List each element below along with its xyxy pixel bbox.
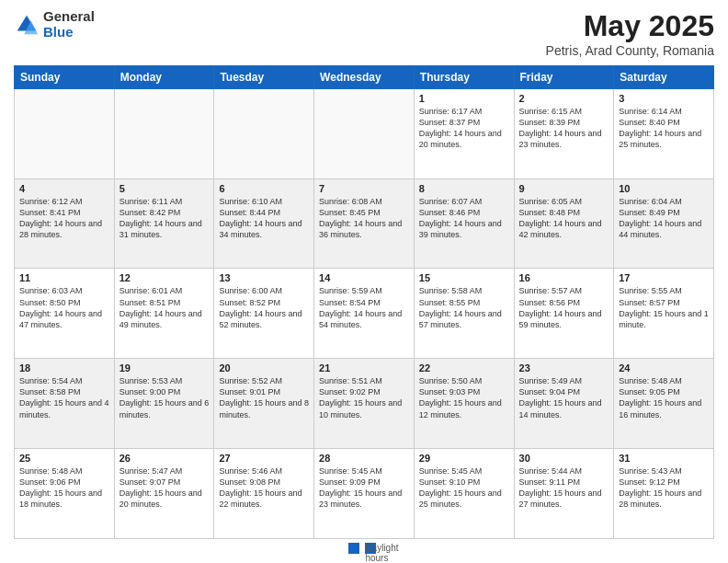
day-number: 16 bbox=[519, 272, 609, 283]
day-number: 12 bbox=[119, 272, 210, 283]
day-number: 13 bbox=[219, 272, 309, 283]
main-title: May 2025 bbox=[546, 9, 714, 43]
day-info: Sunrise: 5:47 AM Sunset: 9:07 PM Dayligh… bbox=[119, 465, 210, 511]
day-info: Sunrise: 5:53 AM Sunset: 9:00 PM Dayligh… bbox=[119, 375, 210, 420]
calendar-table: SundayMondayTuesdayWednesdayThursdayFrid… bbox=[14, 65, 714, 539]
day-number: 14 bbox=[319, 272, 409, 283]
col-header-sunday: Sunday bbox=[15, 66, 115, 89]
day-number: 21 bbox=[319, 362, 409, 373]
day-cell: 26Sunrise: 5:47 AM Sunset: 9:07 PM Dayli… bbox=[114, 448, 214, 538]
day-info: Sunrise: 5:51 AM Sunset: 9:02 PM Dayligh… bbox=[319, 375, 409, 420]
footer-color-box bbox=[348, 543, 359, 554]
day-cell: 13Sunrise: 6:00 AM Sunset: 8:52 PM Dayli… bbox=[214, 269, 314, 359]
day-number: 27 bbox=[219, 453, 309, 464]
day-info: Sunrise: 5:58 AM Sunset: 8:55 PM Dayligh… bbox=[419, 285, 509, 330]
day-cell bbox=[15, 89, 115, 179]
day-number: 20 bbox=[219, 362, 309, 373]
day-number: 5 bbox=[119, 183, 210, 194]
day-cell: 4Sunrise: 6:12 AM Sunset: 8:41 PM Daylig… bbox=[15, 178, 115, 269]
day-info: Sunrise: 6:05 AM Sunset: 8:48 PM Dayligh… bbox=[519, 196, 609, 241]
day-info: Sunrise: 6:04 AM Sunset: 8:49 PM Dayligh… bbox=[619, 196, 709, 241]
day-number: 24 bbox=[619, 362, 709, 373]
calendar-body: 1Sunrise: 6:17 AM Sunset: 8:37 PM Daylig… bbox=[15, 89, 714, 539]
day-cell: 29Sunrise: 5:45 AM Sunset: 9:10 PM Dayli… bbox=[414, 448, 514, 538]
logo: General Blue bbox=[14, 9, 95, 40]
day-number: 8 bbox=[419, 183, 509, 194]
subtitle: Petris, Arad County, Romania bbox=[546, 43, 714, 58]
day-cell: 28Sunrise: 5:45 AM Sunset: 9:09 PM Dayli… bbox=[314, 448, 415, 538]
day-cell: 22Sunrise: 5:50 AM Sunset: 9:03 PM Dayli… bbox=[414, 359, 514, 449]
col-header-tuesday: Tuesday bbox=[214, 66, 314, 89]
day-number: 7 bbox=[319, 183, 409, 194]
day-cell: 17Sunrise: 5:55 AM Sunset: 8:57 PM Dayli… bbox=[614, 269, 714, 359]
day-number: 17 bbox=[619, 272, 709, 283]
day-cell bbox=[314, 89, 415, 179]
day-info: Sunrise: 6:12 AM Sunset: 8:41 PM Dayligh… bbox=[19, 196, 109, 241]
day-number: 31 bbox=[619, 453, 709, 464]
day-number: 22 bbox=[419, 362, 509, 373]
day-cell: 15Sunrise: 5:58 AM Sunset: 8:55 PM Dayli… bbox=[414, 269, 514, 359]
day-cell: 14Sunrise: 5:59 AM Sunset: 8:54 PM Dayli… bbox=[314, 269, 415, 359]
day-cell bbox=[214, 89, 314, 179]
day-info: Sunrise: 6:10 AM Sunset: 8:44 PM Dayligh… bbox=[219, 196, 309, 241]
col-header-thursday: Thursday bbox=[414, 66, 514, 89]
col-header-monday: Monday bbox=[114, 66, 214, 89]
day-cell: 23Sunrise: 5:49 AM Sunset: 9:04 PM Dayli… bbox=[514, 359, 614, 449]
day-info: Sunrise: 6:15 AM Sunset: 8:39 PM Dayligh… bbox=[519, 106, 609, 151]
day-info: Sunrise: 5:43 AM Sunset: 9:12 PM Dayligh… bbox=[619, 465, 709, 511]
day-number: 6 bbox=[219, 183, 309, 194]
day-info: Sunrise: 5:57 AM Sunset: 8:56 PM Dayligh… bbox=[519, 285, 609, 330]
day-info: Sunrise: 6:11 AM Sunset: 8:42 PM Dayligh… bbox=[119, 196, 210, 241]
day-info: Sunrise: 6:08 AM Sunset: 8:45 PM Dayligh… bbox=[319, 196, 409, 241]
day-cell: 7Sunrise: 6:08 AM Sunset: 8:45 PM Daylig… bbox=[314, 178, 415, 269]
week-row-1: 1Sunrise: 6:17 AM Sunset: 8:37 PM Daylig… bbox=[15, 89, 714, 179]
day-number: 15 bbox=[419, 272, 509, 283]
day-cell: 30Sunrise: 5:44 AM Sunset: 9:11 PM Dayli… bbox=[514, 448, 614, 538]
day-cell: 9Sunrise: 6:05 AM Sunset: 8:48 PM Daylig… bbox=[514, 178, 614, 269]
day-info: Sunrise: 6:07 AM Sunset: 8:46 PM Dayligh… bbox=[419, 196, 509, 241]
day-cell: 20Sunrise: 5:52 AM Sunset: 9:01 PM Dayli… bbox=[214, 359, 314, 449]
week-row-3: 11Sunrise: 6:03 AM Sunset: 8:50 PM Dayli… bbox=[15, 269, 714, 359]
day-number: 4 bbox=[19, 183, 109, 194]
logo-general-text: General bbox=[43, 9, 95, 25]
day-info: Sunrise: 5:44 AM Sunset: 9:11 PM Dayligh… bbox=[519, 465, 609, 511]
day-info: Sunrise: 5:48 AM Sunset: 9:05 PM Dayligh… bbox=[619, 375, 709, 420]
header: General Blue May 2025 Petris, Arad Count… bbox=[14, 9, 714, 58]
week-row-5: 25Sunrise: 5:48 AM Sunset: 9:06 PM Dayli… bbox=[15, 448, 714, 538]
footer: Daylight hours bbox=[14, 543, 714, 554]
page: General Blue May 2025 Petris, Arad Count… bbox=[0, 0, 728, 563]
day-number: 3 bbox=[619, 93, 709, 104]
day-info: Sunrise: 5:45 AM Sunset: 9:09 PM Dayligh… bbox=[319, 465, 409, 511]
day-cell: 18Sunrise: 5:54 AM Sunset: 8:58 PM Dayli… bbox=[15, 359, 115, 449]
day-cell: 19Sunrise: 5:53 AM Sunset: 9:00 PM Dayli… bbox=[114, 359, 214, 449]
day-info: Sunrise: 6:03 AM Sunset: 8:50 PM Dayligh… bbox=[19, 285, 109, 330]
col-header-friday: Friday bbox=[514, 66, 614, 89]
day-cell: 24Sunrise: 5:48 AM Sunset: 9:05 PM Dayli… bbox=[614, 359, 714, 449]
day-cell: 10Sunrise: 6:04 AM Sunset: 8:49 PM Dayli… bbox=[614, 178, 714, 269]
day-info: Sunrise: 5:46 AM Sunset: 9:08 PM Dayligh… bbox=[219, 465, 309, 511]
day-info: Sunrise: 5:48 AM Sunset: 9:06 PM Dayligh… bbox=[19, 465, 109, 511]
week-row-2: 4Sunrise: 6:12 AM Sunset: 8:41 PM Daylig… bbox=[15, 178, 714, 269]
logo-text: General Blue bbox=[43, 9, 95, 40]
day-info: Sunrise: 5:55 AM Sunset: 8:57 PM Dayligh… bbox=[619, 285, 709, 330]
day-number: 23 bbox=[519, 362, 609, 373]
day-info: Sunrise: 6:01 AM Sunset: 8:51 PM Dayligh… bbox=[119, 285, 210, 330]
col-header-wednesday: Wednesday bbox=[314, 66, 415, 89]
day-number: 30 bbox=[519, 453, 609, 464]
calendar-header-row: SundayMondayTuesdayWednesdayThursdayFrid… bbox=[15, 66, 714, 89]
title-block: May 2025 Petris, Arad County, Romania bbox=[546, 9, 714, 58]
day-info: Sunrise: 5:59 AM Sunset: 8:54 PM Dayligh… bbox=[319, 285, 409, 330]
day-info: Sunrise: 6:00 AM Sunset: 8:52 PM Dayligh… bbox=[219, 285, 309, 330]
day-cell: 2Sunrise: 6:15 AM Sunset: 8:39 PM Daylig… bbox=[514, 89, 614, 179]
col-header-saturday: Saturday bbox=[614, 66, 714, 89]
day-cell: 3Sunrise: 6:14 AM Sunset: 8:40 PM Daylig… bbox=[614, 89, 714, 179]
logo-icon bbox=[14, 12, 40, 38]
day-cell: 16Sunrise: 5:57 AM Sunset: 8:56 PM Dayli… bbox=[514, 269, 614, 359]
day-number: 26 bbox=[119, 453, 210, 464]
day-number: 1 bbox=[419, 93, 509, 104]
day-number: 9 bbox=[519, 183, 609, 194]
day-info: Sunrise: 5:50 AM Sunset: 9:03 PM Dayligh… bbox=[419, 375, 509, 420]
day-number: 25 bbox=[19, 453, 109, 464]
day-number: 28 bbox=[319, 453, 409, 464]
day-info: Sunrise: 5:52 AM Sunset: 9:01 PM Dayligh… bbox=[219, 375, 309, 420]
